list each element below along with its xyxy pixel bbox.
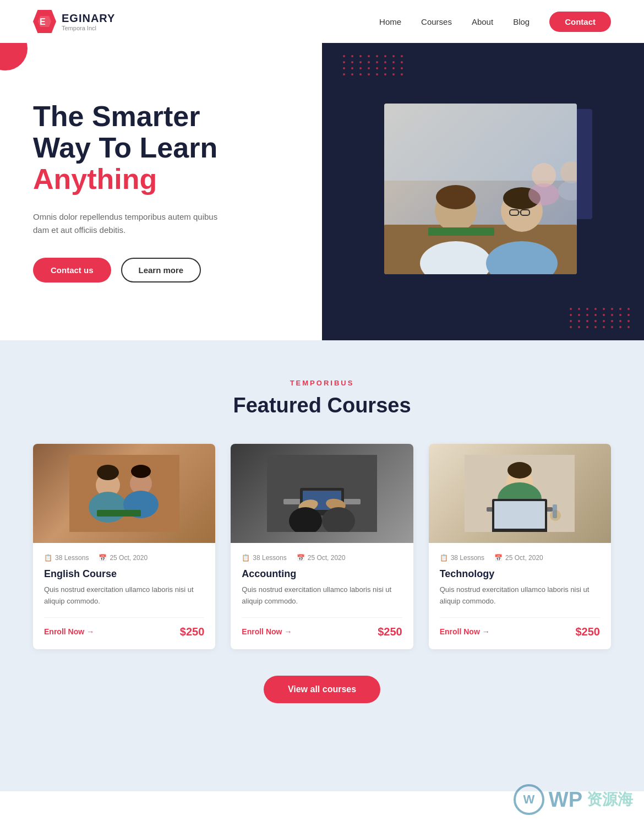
- svg-point-20: [89, 492, 127, 523]
- hero-image-wrapper: [384, 104, 582, 280]
- nav-links: Home Courses About Blog Contact: [379, 12, 611, 32]
- course-footer-tech: Enroll Now → $250: [440, 617, 600, 638]
- nav-contact-button[interactable]: Contact: [549, 12, 611, 32]
- svg-rect-18: [69, 455, 179, 532]
- hero-title-line1: The Smarter: [33, 100, 200, 132]
- course-card-accounting: 📋 38 Lessons 📅 25 Oct, 2020 Accounting Q…: [231, 444, 413, 649]
- nav-blog[interactable]: Blog: [513, 17, 530, 26]
- course-desc-tech: Quis nostrud exercitation ullamco labori…: [440, 584, 600, 607]
- contact-us-button[interactable]: Contact us: [33, 258, 111, 282]
- course-meta-english: 📋 38 Lessons 📅 25 Oct, 2020: [44, 554, 204, 562]
- svg-point-15: [528, 183, 559, 205]
- calendar-icon: 📅: [99, 554, 107, 562]
- nav-courses[interactable]: Courses: [421, 17, 452, 26]
- brand-name: EGINARY: [62, 12, 115, 25]
- course-card-tech: 📋 38 Lessons 📅 25 Oct, 2020 Technology Q…: [429, 444, 611, 649]
- course-price-english: $250: [180, 626, 205, 638]
- svg-text:E: E: [40, 17, 46, 26]
- course-footer-accounting: Enroll Now → $250: [242, 617, 402, 638]
- lessons-meta: 📋 38 Lessons: [44, 554, 89, 562]
- calendar-icon-tech: 📅: [494, 554, 503, 562]
- calendar-icon-acct: 📅: [297, 554, 305, 562]
- navbar: E EGINARY Tempora Incl Home Courses Abou…: [0, 0, 644, 43]
- hero-title: The Smarter Way To Learn Anything: [33, 101, 289, 195]
- lessons-icon-acct: 📋: [242, 554, 250, 562]
- lessons-icon-tech: 📋: [440, 554, 448, 562]
- courses-section-label: TEMPORIBUS: [33, 379, 611, 387]
- course-desc-english: Quis nostrud exercitation ullamco labori…: [44, 584, 204, 607]
- view-all-wrapper: View all courses: [33, 676, 611, 703]
- course-name-english: English Course: [44, 568, 204, 580]
- nav-about[interactable]: About: [472, 17, 493, 26]
- hero-buttons: Contact us Learn more: [33, 258, 289, 282]
- hero-right: [322, 43, 644, 340]
- learn-more-button[interactable]: Learn more: [121, 258, 201, 282]
- course-price-accounting: $250: [378, 626, 402, 638]
- logo-icon: E: [33, 10, 56, 33]
- courses-section-title: Featured Courses: [33, 394, 611, 417]
- hero-section: The Smarter Way To Learn Anything Omnis …: [0, 43, 644, 340]
- courses-section: TEMPORIBUS Featured Courses: [0, 340, 644, 747]
- lessons-meta-acct: 📋 38 Lessons: [242, 554, 286, 562]
- date-meta-acct: 📅 25 Oct, 2020: [297, 554, 346, 562]
- dots-top-left: [343, 55, 405, 75]
- svg-point-5: [436, 185, 476, 209]
- course-desc-accounting: Quis nostrud exercitation ullamco labori…: [242, 584, 402, 607]
- svg-point-21: [97, 465, 119, 480]
- course-meta-accounting: 📋 38 Lessons 📅 25 Oct, 2020: [242, 554, 402, 562]
- dots-bottom-right: [570, 308, 632, 328]
- courses-grid: 📋 38 Lessons 📅 25 Oct, 2020 English Cour…: [33, 444, 611, 649]
- hero-left: The Smarter Way To Learn Anything Omnis …: [0, 43, 322, 340]
- date-meta-tech: 📅 25 Oct, 2020: [494, 554, 543, 562]
- hero-image: [384, 104, 577, 274]
- enroll-link-accounting[interactable]: Enroll Now →: [242, 627, 292, 636]
- course-name-tech: Technology: [440, 568, 600, 580]
- hero-subtitle: Omnis dolor repellendus temporibus autem…: [33, 210, 220, 237]
- enroll-link-tech[interactable]: Enroll Now →: [440, 627, 490, 636]
- svg-point-24: [131, 465, 151, 478]
- course-card-english: 📋 38 Lessons 📅 25 Oct, 2020 English Cour…: [33, 444, 215, 649]
- view-all-button[interactable]: View all courses: [264, 676, 380, 703]
- course-footer-english: Enroll Now → $250: [44, 617, 204, 638]
- svg-rect-40: [494, 501, 545, 529]
- hero-title-line2: Way To Learn: [33, 132, 217, 164]
- svg-point-36: [507, 462, 532, 479]
- hero-title-accent: Anything: [33, 163, 157, 195]
- course-body-accounting: 📋 38 Lessons 📅 25 Oct, 2020 Accounting Q…: [231, 543, 413, 649]
- course-price-tech: $250: [576, 626, 601, 638]
- course-image-english: [33, 444, 215, 543]
- course-image-accounting: [231, 444, 413, 543]
- course-body-tech: 📋 38 Lessons 📅 25 Oct, 2020 Technology Q…: [429, 543, 611, 649]
- logo[interactable]: E EGINARY Tempora Incl: [33, 10, 115, 33]
- svg-rect-12: [428, 227, 494, 236]
- nav-home[interactable]: Home: [379, 17, 401, 26]
- brand-tagline: Tempora Incl: [62, 25, 115, 31]
- course-name-accounting: Accounting: [242, 568, 402, 580]
- course-meta-tech: 📋 38 Lessons 📅 25 Oct, 2020: [440, 554, 600, 562]
- lessons-meta-tech: 📋 38 Lessons: [440, 554, 484, 562]
- svg-rect-25: [97, 510, 141, 517]
- course-image-tech: [429, 444, 611, 543]
- lessons-icon: 📋: [44, 554, 52, 562]
- svg-rect-42: [553, 504, 557, 518]
- bottom-section: [0, 747, 644, 791]
- course-body-english: 📋 38 Lessons 📅 25 Oct, 2020 English Cour…: [33, 543, 215, 649]
- date-meta: 📅 25 Oct, 2020: [99, 554, 148, 562]
- enroll-link-english[interactable]: Enroll Now →: [44, 627, 94, 636]
